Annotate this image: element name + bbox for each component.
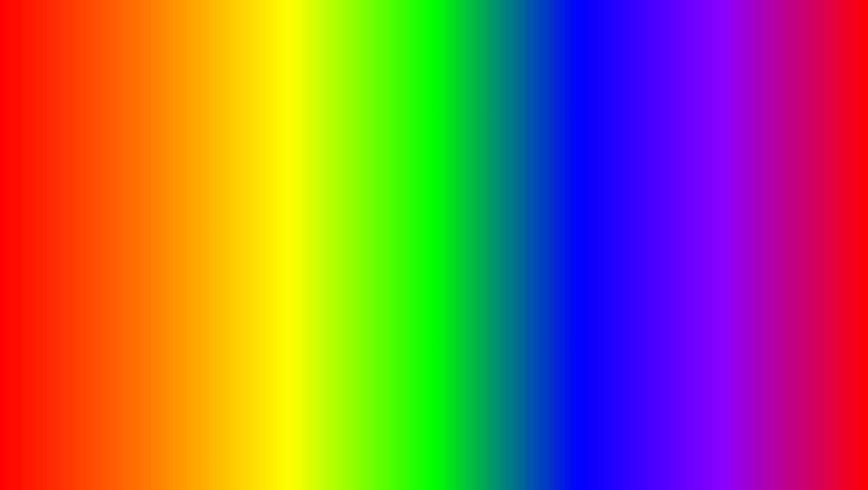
home-icon-right: 🏠 bbox=[604, 158, 611, 165]
left-panel-close[interactable]: ✕ bbox=[276, 113, 282, 120]
health-section: % Health to send skill % Health to send … bbox=[668, 142, 834, 174]
material-row[interactable]: Material ▲ bbox=[102, 187, 281, 197]
pastebin-label: PASTEBIN bbox=[528, 435, 700, 472]
mastery-farm-checkbox[interactable]: ✓ bbox=[825, 182, 834, 191]
double-drop-row: Double Drop bbox=[102, 171, 281, 181]
selected-toggle[interactable] bbox=[274, 202, 281, 209]
sidebar-teleport-right[interactable]: 📍 Teleport bbox=[599, 168, 661, 182]
sidebar-item-setting[interactable]: ⚙️ Setting bbox=[37, 183, 95, 196]
farm-selected-row: Farm Selected bbox=[102, 158, 281, 168]
sidebar-upgrade-weapon-label: Upgrade Weapon bbox=[615, 186, 656, 199]
elected-toggle[interactable] bbox=[274, 215, 281, 222]
weapon-type-row[interactable]: Select Your Weapon Type Melee ▲ bbox=[102, 142, 281, 152]
sidebar-shop-right[interactable]: 🛒 Shop bbox=[599, 217, 661, 231]
sidebar-teleport-label: Teleport bbox=[53, 144, 74, 151]
setting-icon: ⚙️ bbox=[42, 186, 49, 193]
monster-magnet-dots: ··· bbox=[134, 201, 139, 208]
svg-point-4 bbox=[112, 240, 116, 243]
shop-icon: 🛒 bbox=[42, 172, 49, 179]
player-aura-checkbox[interactable] bbox=[825, 220, 834, 229]
shop-icon-right: 🛒 bbox=[604, 220, 611, 227]
left-panel-header: Hirimi Hub X — ✕ bbox=[37, 109, 287, 124]
choose-method-label: Choose Method To Farm bbox=[102, 130, 168, 137]
svg-point-3 bbox=[96, 240, 99, 243]
type-mastery-chevron-icon: ▲ bbox=[829, 132, 834, 137]
teleport-icon: 📍 bbox=[42, 144, 49, 151]
script-label: SCRIPT bbox=[391, 435, 521, 472]
type-mastery-row[interactable]: Type Mastery Farm Devil Fruit ▲ bbox=[668, 129, 834, 139]
material-label: Material bbox=[102, 189, 123, 196]
monster-magnet-card[interactable]: Materialx1 ··· MonsterMagnet bbox=[67, 198, 144, 274]
leviathan-heart-card[interactable]: Materialx1 ··· LeviathanHeart bbox=[153, 198, 229, 274]
sidebar-teleport-right-label: Teleport bbox=[615, 172, 635, 178]
blox-logo-bl: BL bbox=[783, 432, 814, 459]
divider-2 bbox=[102, 184, 281, 184]
weapon-type-label: Select Your Weapon Type bbox=[102, 143, 171, 150]
left-panel-controls: — ✕ bbox=[265, 113, 282, 120]
svg-marker-7 bbox=[189, 213, 193, 216]
choose-method-row[interactable]: Choose Method To Farm Level ▲ bbox=[102, 129, 281, 139]
sidebar-main[interactable]: ◯ Main bbox=[599, 126, 661, 140]
sidebar-sky-right-label: Sky bbox=[619, 251, 629, 258]
right-panel-content: Type Mastery Farm Devil Fruit ▲ % Health… bbox=[662, 124, 841, 263]
right-panel-controls: — ✕ bbox=[819, 112, 835, 120]
player-aura-row: Player Aura bbox=[668, 218, 834, 231]
weapon-type-value: Melee ▲ bbox=[258, 143, 281, 150]
sidebar-sky-label: Sky bbox=[58, 203, 67, 209]
right-panel-header: Hirimi Hub X — ✕ bbox=[599, 108, 841, 124]
player-aura-label: Player Aura bbox=[668, 222, 699, 228]
mastery-farm-label: Mastery Farm Option bbox=[668, 183, 725, 190]
health-label: % Health to send skill bbox=[668, 142, 834, 149]
spam-skill-row[interactable]: Spam Skill Option Z ▲ bbox=[668, 199, 834, 205]
farm-selected-label: Farm Selected bbox=[102, 160, 141, 166]
spam-skill-label: Spam Skill Option bbox=[668, 199, 716, 205]
sidebar-status[interactable]: ⊞ Status Server bbox=[599, 140, 661, 154]
blox-logo-x: X bbox=[841, 432, 857, 459]
home-icon: 🏠 bbox=[42, 130, 49, 137]
right-panel-close[interactable]: ✕ bbox=[829, 112, 835, 120]
main-icon: ◯ bbox=[604, 130, 611, 137]
right-panel-title: Hirimi Hub X bbox=[604, 112, 644, 120]
mastery-farm-row: Mastery Farm Option ✓ bbox=[668, 180, 834, 193]
update-label: UPDATE bbox=[168, 431, 333, 477]
sidebar-main-farm-right-label: Main Farm bbox=[615, 158, 643, 165]
right-panel: Hirimi Hub X — ✕ ◯ Main ⊞ Status Server … bbox=[598, 108, 841, 263]
spam-skill-value: Z bbox=[821, 199, 825, 205]
health-input[interactable] bbox=[668, 160, 834, 171]
type-mastery-value: Devil Fruit ▲ bbox=[801, 131, 834, 138]
avatar-right-icon bbox=[604, 248, 616, 260]
type-mastery-label: Type Mastery Farm bbox=[668, 131, 720, 138]
health-sublabel: % Health to send skill 2 bbox=[668, 151, 834, 157]
chevron-down-icon-2: ▲ bbox=[276, 144, 281, 150]
blox-logo-skull: 💀 bbox=[814, 432, 841, 458]
monster-magnet-name: MonsterMagnet bbox=[94, 247, 118, 261]
leviathan-heart-icon bbox=[173, 211, 209, 247]
left-panel-minimize[interactable]: — bbox=[265, 113, 272, 120]
chevron-material-icon: ▲ bbox=[276, 190, 281, 195]
sidebar-item-upgrade[interactable]: 🔧 Upgrade W... bbox=[37, 155, 95, 169]
teleport-icon-right: 📍 bbox=[604, 172, 611, 178]
svg-point-0 bbox=[102, 214, 109, 222]
sidebar-sky-right[interactable]: Sky bbox=[599, 245, 661, 263]
sidebar-item-teleport[interactable]: 📍 Teleport bbox=[37, 141, 95, 155]
sidebar-v4-label: V4 Upgrade bbox=[615, 206, 646, 213]
sidebar-webhook[interactable]: 🔗 Webhook bbox=[599, 231, 661, 245]
sidebar-v4[interactable]: ⬆ V4 Upgrade bbox=[599, 203, 661, 217]
farm-selected-toggle[interactable] bbox=[274, 160, 281, 166]
item-cards-container: Materialx1 ··· MonsterMagnet Materialx1 bbox=[67, 198, 229, 274]
update-bar: UPDATE 20 SCRIPT PASTEBIN bbox=[0, 431, 868, 477]
sidebar-upgrade-weapon[interactable]: 🔧 Upgrade Weapon bbox=[599, 182, 661, 203]
sidebar-item-main-farm[interactable]: 🏠 Main Farm bbox=[37, 127, 95, 141]
sidebar-main-farm-right[interactable]: 🏠 Main Farm bbox=[599, 154, 661, 168]
leviathan-heart-badge: Materialx1 bbox=[158, 202, 177, 213]
right-panel-minimize[interactable]: — bbox=[819, 112, 826, 120]
double-drop-toggle[interactable] bbox=[274, 173, 281, 179]
choose-method-value: Level ▲ bbox=[260, 130, 281, 137]
sidebar-item-shop[interactable]: 🛒 Shop bbox=[37, 169, 95, 183]
double-drop-label: Double Drop bbox=[102, 173, 136, 179]
sidebar-upgrade-label: Upgrade W... bbox=[53, 158, 87, 165]
main-title: BLOX FRUITS bbox=[0, 9, 868, 76]
right-panel-sidebar: ◯ Main ⊞ Status Server 🏠 Main Farm 📍 Tel… bbox=[599, 124, 662, 263]
upgrade-weapon-icon: 🔧 bbox=[604, 189, 611, 196]
webhook-icon: 🔗 bbox=[604, 234, 611, 241]
